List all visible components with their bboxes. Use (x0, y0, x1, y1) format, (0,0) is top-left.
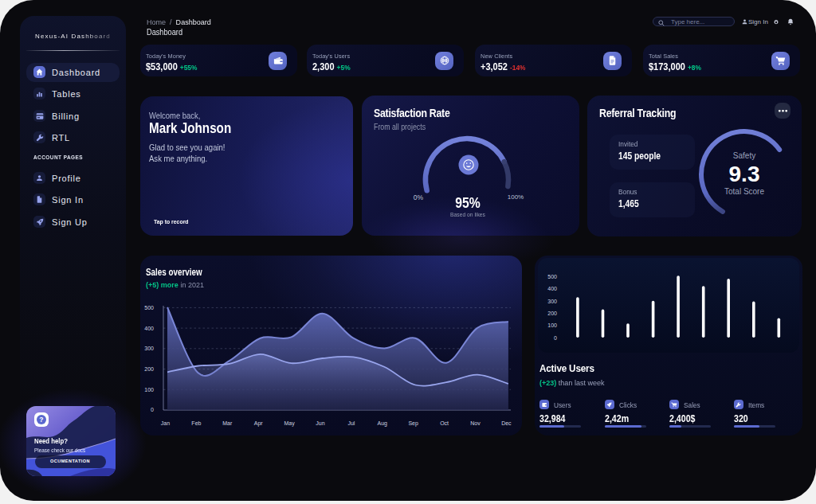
svg-text:Aug: Aug (378, 420, 388, 427)
svg-text:500: 500 (144, 305, 154, 311)
svg-text:Apr: Apr (254, 420, 264, 427)
svg-text:500: 500 (547, 274, 557, 279)
svg-text:400: 400 (144, 326, 154, 331)
svg-text:0: 0 (151, 407, 154, 412)
svg-text:0: 0 (554, 335, 557, 341)
svg-text:Sep: Sep (408, 420, 418, 427)
svg-text:100: 100 (547, 322, 557, 328)
svg-text:Jan: Jan (161, 420, 170, 426)
svg-text:Jun: Jun (316, 420, 324, 426)
svg-text:Feb: Feb (191, 420, 201, 426)
svg-text:May: May (284, 420, 295, 427)
svg-text:Nov: Nov (470, 420, 481, 426)
svg-text:Mar: Mar (222, 420, 233, 426)
svg-text:400: 400 (547, 286, 557, 291)
svg-text:100: 100 (144, 387, 154, 393)
svg-text:300: 300 (144, 346, 154, 351)
svg-text:Dec: Dec (501, 420, 512, 426)
svg-text:200: 200 (547, 311, 557, 316)
svg-text:200: 200 (144, 366, 154, 372)
svg-text:300: 300 (547, 299, 557, 304)
svg-text:Jul: Jul (347, 420, 355, 426)
svg-text:Oct: Oct (440, 420, 449, 426)
